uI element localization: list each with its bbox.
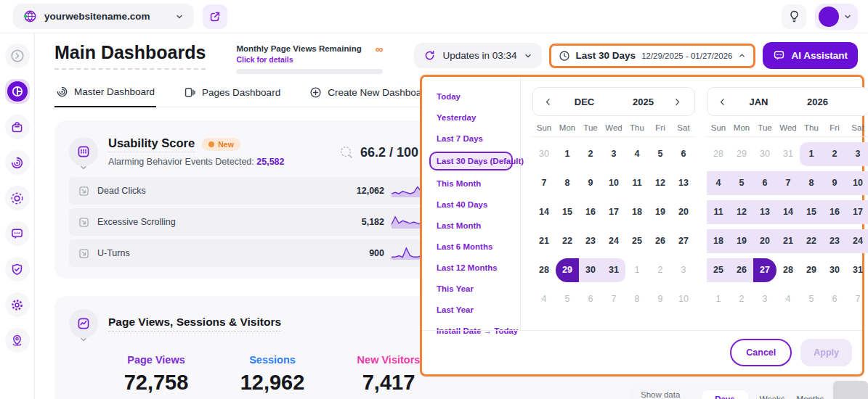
sidebar-item-bag[interactable] bbox=[5, 115, 30, 139]
preset-this-year[interactable]: This Year bbox=[432, 281, 513, 297]
date-range-button[interactable]: Last 30 Days 12/29/2025 - 01/27/2026 bbox=[549, 44, 756, 68]
day-cell[interactable]: 9 bbox=[823, 171, 846, 195]
day-cell[interactable]: 8 bbox=[800, 171, 823, 195]
open-site-button[interactable] bbox=[203, 4, 227, 29]
day-cell[interactable]: 7 bbox=[532, 171, 556, 195]
sidebar-item-shield[interactable] bbox=[5, 257, 30, 281]
show-by-weeks[interactable]: Weeks bbox=[760, 395, 785, 399]
next-month-icon[interactable] bbox=[673, 97, 684, 107]
day-cell[interactable]: 22 bbox=[556, 229, 579, 253]
day-cell[interactable]: 10 bbox=[602, 171, 625, 195]
metric-row-u-turns[interactable]: U-Turns900 bbox=[69, 239, 453, 267]
day-cell[interactable]: 5 bbox=[730, 171, 753, 195]
metric-row-dead-clicks[interactable]: Dead Clicks12,062 bbox=[69, 177, 453, 205]
day-cell[interactable]: 11 bbox=[707, 200, 730, 224]
cancel-button[interactable]: Cancel bbox=[730, 339, 792, 366]
day-cell[interactable]: 4 bbox=[532, 287, 556, 311]
updates-dropdown[interactable]: Updates in 03:34 bbox=[414, 43, 541, 68]
day-cell[interactable]: 2 bbox=[579, 142, 602, 166]
day-cell[interactable]: 23 bbox=[579, 229, 602, 253]
website-selector[interactable]: yourwebsitename.com bbox=[13, 4, 194, 29]
ai-assistant-button[interactable]: AI Assistant bbox=[763, 42, 858, 69]
preset-last-month[interactable]: Last Month bbox=[432, 218, 513, 234]
day-cell[interactable]: 26 bbox=[649, 229, 672, 253]
preset-last-6-months[interactable]: Last 6 Months bbox=[432, 239, 513, 255]
preset-yesterday[interactable]: Yesterday bbox=[432, 110, 513, 126]
day-cell[interactable]: 20 bbox=[672, 200, 695, 224]
day-cell[interactable]: 22 bbox=[800, 229, 823, 253]
day-cell[interactable]: 25 bbox=[707, 258, 730, 282]
preset-last-7-days[interactable]: Last 7 Days bbox=[432, 131, 513, 147]
day-cell[interactable]: 28 bbox=[776, 258, 800, 282]
sidebar-item-session-replay[interactable] bbox=[5, 150, 30, 175]
day-cell[interactable]: 30 bbox=[579, 258, 602, 282]
day-cell[interactable]: 12 bbox=[649, 171, 672, 195]
preset-last-12-months[interactable]: Last 12 Months bbox=[432, 260, 513, 276]
day-cell[interactable]: 31 bbox=[602, 258, 625, 282]
ideas-button[interactable] bbox=[782, 4, 806, 29]
day-cell[interactable]: 18 bbox=[707, 229, 730, 253]
day-cell[interactable]: 4 bbox=[776, 287, 800, 311]
day-cell[interactable]: 13 bbox=[753, 200, 776, 224]
sidebar-item-dashboards[interactable] bbox=[5, 79, 30, 104]
show-by-months[interactable]: Months bbox=[797, 395, 824, 399]
day-cell[interactable]: 5 bbox=[649, 142, 672, 166]
day-cell[interactable]: 10 bbox=[846, 171, 868, 195]
day-cell[interactable]: 1 bbox=[556, 142, 579, 166]
day-cell[interactable]: 1 bbox=[707, 287, 730, 311]
sidebar-item-location[interactable] bbox=[5, 328, 30, 353]
day-cell[interactable]: 3 bbox=[753, 287, 776, 311]
day-cell[interactable]: 3 bbox=[602, 142, 625, 166]
tab-create-new-dashboard[interactable]: Create New Dashboard bbox=[308, 86, 431, 107]
day-cell[interactable]: 20 bbox=[753, 229, 776, 253]
day-cell[interactable]: 6 bbox=[823, 287, 846, 311]
day-cell[interactable]: 29 bbox=[556, 258, 579, 282]
day-cell[interactable]: 29 bbox=[800, 258, 823, 282]
sidebar-item-recordings[interactable] bbox=[5, 186, 30, 210]
preset-today[interactable]: Today bbox=[432, 89, 513, 104]
day-cell[interactable]: 2 bbox=[649, 258, 672, 282]
day-cell[interactable]: 19 bbox=[730, 229, 753, 253]
day-cell[interactable]: 31 bbox=[776, 142, 800, 166]
day-cell[interactable]: 27 bbox=[672, 229, 695, 253]
tab-pages-dashboard[interactable]: Pages Dashboard bbox=[182, 86, 282, 107]
day-cell[interactable]: 27 bbox=[753, 258, 776, 282]
day-cell[interactable]: 31 bbox=[846, 258, 868, 282]
day-cell[interactable]: 28 bbox=[707, 142, 730, 166]
day-cell[interactable]: 9 bbox=[649, 287, 672, 311]
day-cell[interactable]: 15 bbox=[800, 200, 823, 224]
day-cell[interactable]: 18 bbox=[625, 200, 649, 224]
account-menu[interactable] bbox=[815, 4, 858, 30]
preset-last-year[interactable]: Last Year bbox=[432, 302, 513, 318]
day-cell[interactable]: 21 bbox=[776, 229, 800, 253]
day-cell[interactable]: 1 bbox=[800, 142, 823, 166]
day-cell[interactable]: 24 bbox=[846, 229, 868, 253]
day-cell[interactable]: 9 bbox=[579, 171, 602, 195]
day-cell[interactable]: 3 bbox=[672, 258, 695, 282]
day-cell[interactable]: 4 bbox=[707, 171, 730, 195]
day-cell[interactable]: 16 bbox=[823, 200, 846, 224]
day-cell[interactable]: 14 bbox=[776, 200, 800, 224]
day-cell[interactable]: 6 bbox=[672, 142, 695, 166]
usability-icon-bubble[interactable] bbox=[69, 137, 98, 166]
day-cell[interactable]: 24 bbox=[602, 229, 625, 253]
day-cell[interactable]: 11 bbox=[625, 171, 649, 195]
day-cell[interactable]: 4 bbox=[625, 142, 649, 166]
quota-details-link[interactable]: Click for details bbox=[236, 55, 383, 64]
day-cell[interactable]: 30 bbox=[823, 258, 846, 282]
day-cell[interactable]: 29 bbox=[730, 142, 753, 166]
prev-month-icon[interactable] bbox=[543, 97, 555, 107]
day-cell[interactable]: 1 bbox=[625, 258, 649, 282]
day-cell[interactable]: 25 bbox=[625, 229, 649, 253]
day-cell[interactable]: 7 bbox=[602, 287, 625, 311]
day-cell[interactable]: 6 bbox=[579, 287, 602, 311]
day-cell[interactable]: 21 bbox=[532, 229, 556, 253]
day-cell[interactable]: 26 bbox=[730, 258, 753, 282]
day-cell[interactable]: 3 bbox=[846, 142, 868, 166]
day-cell[interactable]: 2 bbox=[730, 287, 753, 311]
day-cell[interactable]: 23 bbox=[823, 229, 846, 253]
preset-this-month[interactable]: This Month bbox=[432, 176, 513, 192]
apply-button[interactable]: Apply bbox=[800, 339, 852, 366]
day-cell[interactable]: 19 bbox=[649, 200, 672, 224]
sidebar-item-settings[interactable] bbox=[5, 292, 30, 317]
